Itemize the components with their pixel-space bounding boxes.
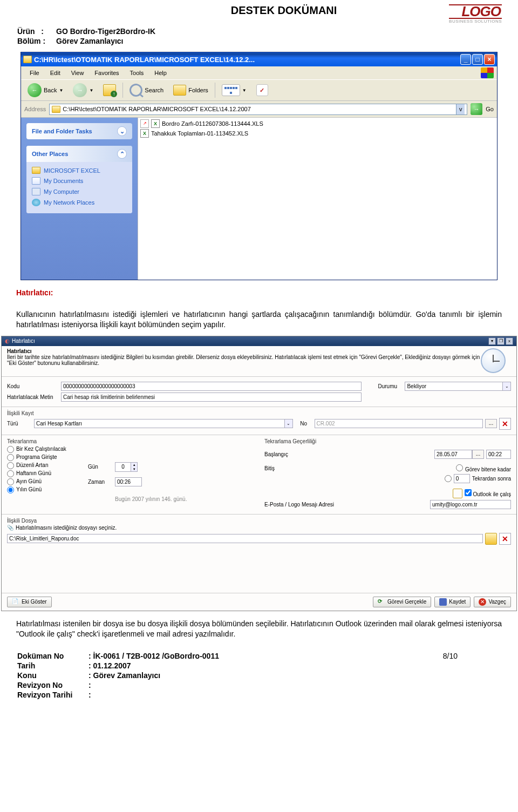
repeat-radio-group: Bir Kez Çalıştırılacak Programa Girişte …	[7, 445, 88, 494]
clear-button[interactable]: ✕	[499, 418, 511, 430]
menu-edit[interactable]: Edit	[45, 69, 66, 77]
chevron-down-icon[interactable]: ⌄	[117, 126, 127, 136]
r4-label: Haftanın Günü	[16, 470, 51, 476]
back-label: Back	[44, 87, 57, 93]
radio-until-end[interactable]: Görev bitene kadar	[456, 464, 511, 472]
forward-icon: →	[73, 83, 87, 97]
minimize-button[interactable]: _	[460, 54, 471, 65]
paragraph-2: Hatırlatılması istenilen bir dosya ise b…	[16, 619, 502, 640]
revt-value: :	[88, 691, 373, 699]
menu-file[interactable]: File	[24, 69, 45, 77]
run-task-button[interactable]: ⟳Görevi Gerçekle	[373, 597, 431, 607]
close-button[interactable]: ×	[484, 54, 495, 65]
reminder-form-window: ◐ Hatırlatıcı ▾ ❐ x Hatırlatıcı İleri bi…	[1, 336, 517, 611]
eposta-label: E-Posta / Logo Mesajı Adresi	[264, 502, 430, 508]
eposta-input[interactable]: umity@logo.com.tr	[430, 500, 511, 509]
go-button[interactable]: →	[471, 103, 482, 115]
turu-value: Cari Hesap Kartları	[36, 421, 82, 427]
cancel-button[interactable]: ✕Vazgeç	[474, 597, 511, 607]
baslangic-date-input[interactable]: 28.05.07	[434, 450, 472, 459]
baslangic-label: Başlangıç	[264, 451, 302, 457]
dropdown-icon[interactable]: ⌄	[503, 382, 511, 391]
radio-weekday[interactable]: Haftanın Günü	[7, 470, 88, 478]
metin-input[interactable]: Cari hesap risk limitlerinin belirlenmes…	[61, 393, 362, 402]
chevron-up-icon[interactable]: ⌃	[117, 149, 127, 159]
browse-button[interactable]: ...	[485, 419, 497, 428]
gun-label: Gün	[88, 464, 115, 470]
kodu-input[interactable]: 000000000000000000000003	[61, 382, 362, 391]
bell-icon: ◐	[5, 338, 10, 344]
zaman-input[interactable]: 00:26	[115, 477, 142, 486]
radio-once[interactable]: Bir Kez Çalıştırılacak	[7, 445, 88, 454]
up-button[interactable]	[100, 83, 119, 97]
browse-folder-button[interactable]	[485, 533, 497, 545]
close-button[interactable]: x	[506, 337, 513, 345]
search-button[interactable]: Search	[126, 83, 167, 98]
date-picker-button[interactable]: ...	[472, 450, 484, 459]
gecerlilik-group-label: Tekrarlama Geçerliliği	[264, 438, 511, 444]
place-network[interactable]: My Network Places	[32, 197, 127, 208]
menu-help[interactable]: Help	[149, 69, 172, 77]
views-button[interactable]: ▼	[219, 83, 250, 97]
search-icon	[130, 84, 142, 97]
save-button[interactable]: Kaydet	[434, 597, 471, 607]
titlebar[interactable]: C:\HR\Ictest\OTOMATIK RAPORLAR\MICROSOFT…	[21, 52, 497, 66]
menu-favorites[interactable]: Favorites	[89, 69, 124, 77]
address-field[interactable]: C:\HR\Ictest\OTOMATIK RAPORLAR\MICROSOFT…	[49, 104, 467, 115]
kaydet-label: Kaydet	[449, 599, 466, 605]
radio-interval[interactable]: Düzenli Artan	[7, 462, 88, 470]
bitis-label: Bitiş	[264, 465, 302, 471]
baslangic-time-input[interactable]: 00:22	[486, 450, 511, 459]
check-button[interactable]: ✓	[253, 83, 271, 97]
restore-button[interactable]: ❐	[497, 337, 505, 345]
place-computer[interactable]: My Computer	[32, 186, 127, 197]
address-label: Address	[24, 106, 46, 112]
back-button[interactable]: ←Back▼	[24, 82, 66, 98]
dosya-path-input[interactable]: C:\Risk_Limitleri_Raporu.doc	[7, 534, 483, 543]
no-input[interactable]: CR.002	[315, 419, 483, 428]
menu-tools[interactable]: Tools	[125, 69, 149, 77]
dosya-group-label: İlişkili Dosya	[7, 518, 511, 524]
clear-file-button[interactable]: ✕	[499, 533, 511, 545]
address-dropdown-icon[interactable]: v	[456, 104, 465, 114]
file-tasks-label: File and Folder Tasks	[32, 128, 92, 134]
radio-after-n[interactable]: 0Tekrardan sonra	[445, 474, 511, 483]
forward-button[interactable]: →▼	[70, 82, 97, 98]
show-attachment-button[interactable]: 📄Eki Göster	[7, 597, 52, 607]
go-label: Go	[486, 106, 494, 112]
logo-subtitle: BUSINESS SOLUTIONS	[449, 19, 502, 24]
other-places-panel: Other Places ⌃ MICROSOFT EXCEL My Docume…	[26, 146, 132, 213]
durumu-select[interactable]: Bekliyor	[405, 382, 503, 391]
caret-button[interactable]: ▾	[488, 337, 496, 345]
file-name: Tahakkuk Toplamları-01-113452.XLS	[151, 130, 248, 137]
bolum-label: Bölüm	[17, 37, 41, 45]
file-item[interactable]: X Tahakkuk Toplamları-01-113452.XLS	[140, 128, 495, 138]
file-tasks-header[interactable]: File and Folder Tasks ⌄	[26, 123, 132, 139]
r3-label: Düzenli Artan	[16, 462, 48, 468]
gun-spinner[interactable]: 0▴▾	[115, 462, 138, 472]
menu-view[interactable]: View	[66, 69, 90, 77]
dropdown-icon[interactable]: ⌄	[285, 419, 293, 428]
place-excel[interactable]: MICROSOFT EXCEL	[32, 165, 127, 175]
radio-monthday[interactable]: Ayın Günü	[7, 478, 88, 486]
file-item[interactable]: ↗ X Bordro Zarfı-0112607308-113444.XLS	[140, 119, 495, 128]
place-documents[interactable]: My Documents	[32, 175, 127, 186]
reminder-heading: Hatırlatıcı	[7, 348, 481, 354]
tekrar-group-label: Tekrarlanma	[7, 438, 254, 444]
dosya-value: C:\Risk_Limitleri_Raporu.doc	[9, 536, 79, 542]
hatirlatici-paragraph: Kullanıcının hatırlatılmasını istediği i…	[16, 309, 502, 330]
radio-login[interactable]: Programa Girişte	[7, 454, 88, 462]
maximize-button[interactable]: □	[472, 54, 483, 65]
spinner-arrows-icon[interactable]: ▴▾	[131, 463, 137, 471]
file-pane[interactable]: ↗ X Bordro Zarfı-0112607308-113444.XLS X…	[138, 118, 497, 280]
explorer-sidebar: File and Folder Tasks ⌄ Other Places ⌃ M…	[21, 118, 138, 280]
outlook-checkbox[interactable]: Outlook ile çalış	[465, 489, 511, 497]
reminder-titlebar[interactable]: ◐ Hatırlatıcı ▾ ❐ x	[2, 336, 516, 346]
product-meta-table: Ürün :GO Bordro-Tiger2Bordro-IK Bölüm :G…	[16, 26, 156, 46]
today-info: Bugün 2007 yılının 146. günü.	[115, 496, 187, 502]
other-places-header[interactable]: Other Places ⌃	[26, 146, 132, 162]
bitis-count-input[interactable]: 0	[454, 474, 470, 483]
turu-select[interactable]: Cari Hesap Kartları	[34, 419, 285, 428]
folders-button[interactable]: Folders	[170, 84, 212, 97]
radio-yearday[interactable]: Yılın Günü	[7, 486, 88, 494]
